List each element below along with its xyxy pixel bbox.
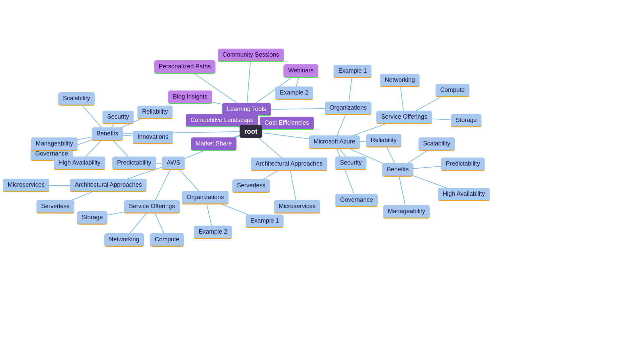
node-example1_center[interactable]: Example 1 [246,215,283,228]
node-reliability_right[interactable]: Reliability [366,134,401,147]
node-arch_approaches_center[interactable]: Architectural Approaches [251,158,327,171]
node-innovations_left[interactable]: Innovations [133,131,173,144]
node-high_availability_left[interactable]: High Availability [54,157,105,170]
node-predictability_right[interactable]: Predictability [441,158,485,171]
node-scalability_right[interactable]: Scalability [418,137,455,151]
node-governance_right[interactable]: Governance [335,194,378,207]
node-storage_left[interactable]: Storage [77,211,107,225]
node-benefits_left[interactable]: Benefits [92,127,123,141]
node-security_left[interactable]: Security [102,111,133,124]
node-predictability_left[interactable]: Predictability [112,157,156,170]
node-security_right[interactable]: Security [335,157,366,170]
node-aws[interactable]: AWS [162,157,185,170]
node-organizations_right[interactable]: Organizations [325,102,371,115]
node-benefits_right[interactable]: Benefits [382,163,413,177]
node-example1_right[interactable]: Example 1 [333,65,371,78]
svg-line-38 [334,142,357,200]
node-blog_insights[interactable]: Blog Insights [168,90,212,104]
node-service_offerings_right[interactable]: Service Offerings [376,111,432,124]
node-microservices_center[interactable]: Microservices [274,200,320,214]
node-cost_efficiencies[interactable]: Cost Efficiencies [260,117,314,130]
node-personalized_paths[interactable]: Personalized Paths [154,60,215,74]
node-compute_right[interactable]: Compute [435,84,469,97]
node-example2_center[interactable]: Example 2 [194,226,232,239]
node-scalability_left[interactable]: Scalability [58,92,95,106]
node-example2_right[interactable]: Example 2 [275,86,313,100]
mind-map-canvas: rootLearning ToolsCompetitive LandscapeC… [0,0,644,362]
node-arch_approaches_left[interactable]: Architectural Approaches [70,179,147,192]
node-market_share[interactable]: Market Share [191,137,236,151]
svg-line-4 [107,131,251,134]
node-high_availability_right[interactable]: High Availability [438,188,490,201]
node-microsoft_azure[interactable]: Microsoft Azure [309,135,360,149]
node-networking_right[interactable]: Networking [380,74,420,87]
node-compute_left[interactable]: Compute [150,233,184,247]
node-serverless_center[interactable]: Serverless [232,179,270,193]
node-manageability_right[interactable]: Manageability [383,205,430,219]
node-community_sessions[interactable]: Community Sessions [218,49,284,62]
node-storage_right[interactable]: Storage [451,114,481,127]
node-root[interactable]: root [240,125,262,138]
node-microservices_left[interactable]: Microservices [3,179,49,192]
node-organizations_center[interactable]: Organizations [182,191,228,204]
node-reliability_left[interactable]: Reliability [137,106,172,119]
node-webinars[interactable]: Webinars [283,64,318,78]
svg-line-8 [247,55,251,110]
node-manageability_left[interactable]: Manageability [31,137,77,151]
node-networking_left[interactable]: Networking [104,233,144,247]
node-serverless_left[interactable]: Serverless [36,200,74,214]
node-service_offerings_left[interactable]: Service Offerings [124,200,180,214]
